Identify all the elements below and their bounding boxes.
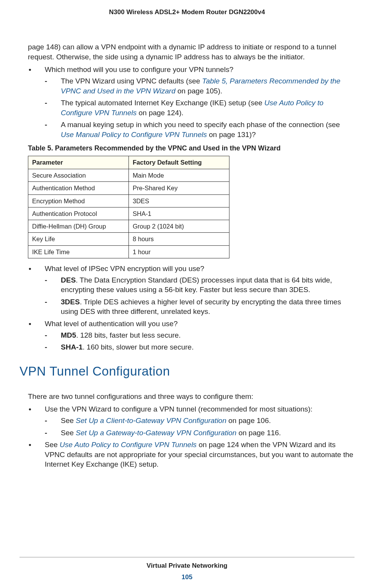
dash-s1a: See Set Up a Client-to-Gateway VPN Confi… — [45, 416, 354, 426]
dash-q1b: The typical automated Internet Key Excha… — [45, 98, 354, 118]
q2a-bold: DES — [61, 276, 76, 284]
bullet-q2: What level of IPSec VPN encryption will … — [28, 264, 354, 317]
bullet-q1: Which method will you use to configure y… — [28, 65, 354, 139]
s1b-pre: See — [61, 429, 76, 437]
table-row: Key Life8 hours — [28, 233, 229, 245]
q3-text: What level of authentication will you us… — [45, 320, 177, 328]
footer-rule — [20, 557, 354, 557]
section-intro: There are two tunnel configurations and … — [28, 392, 354, 402]
q2b-text: . Triple DES achieves a higher level of … — [61, 298, 341, 316]
table-header-row: Parameter Factory Default Setting — [28, 156, 229, 169]
table-cell: 1 hour — [129, 245, 229, 258]
q2a-text: . The Data Encryption Standard (DES) pro… — [61, 276, 332, 294]
s2-link[interactable]: Use Auto Policy to Configure VPN Tunnels — [60, 441, 197, 449]
q1c-pre: A manual keying setup in which you need … — [61, 121, 340, 129]
intro-paragraph: page 148) can allow a VPN endpoint with … — [28, 42, 354, 62]
q1-text: Which method will you use to configure y… — [45, 65, 233, 74]
table-header-default: Factory Default Setting — [129, 156, 229, 169]
table-row: IKE Life Time1 hour — [28, 245, 229, 258]
bullet-s2: See Use Auto Policy to Configure VPN Tun… — [28, 440, 354, 469]
table-cell: Pre-Shared Key — [129, 182, 229, 194]
q1c-link[interactable]: Use Manual Policy to Configure VPN Tunne… — [61, 131, 207, 139]
table-cell: Encryption Method — [28, 194, 129, 207]
bullet-s1: Use the VPN Wizard to configure a VPN tu… — [28, 404, 354, 438]
q1b-post: on page 124). — [137, 109, 184, 117]
table-row: Authentication MethodPre-Shared Key — [28, 182, 229, 194]
q2-text: What level of IPSec VPN encryption will … — [45, 265, 204, 273]
q3a-text: . 128 bits, faster but less secure. — [76, 331, 181, 339]
s2-pre: See — [45, 441, 60, 449]
table-row: Secure AssociationMain Mode — [28, 169, 229, 182]
s1b-link[interactable]: Set Up a Gateway-to-Gateway VPN Configur… — [76, 429, 236, 437]
table-row: Authentication ProtocolSHA-1 — [28, 207, 229, 220]
table-cell: Group 2 (1024 bit) — [129, 220, 229, 233]
table-cell: Secure Association — [28, 169, 129, 182]
dash-q2a: DES. The Data Encryption Standard (DES) … — [45, 275, 354, 295]
q3a-bold: MD5 — [61, 331, 76, 339]
dash-q3a: MD5. 128 bits, faster but less secure. — [45, 330, 354, 340]
dash-q2b: 3DES. Triple DES achieves a higher level… — [45, 297, 354, 317]
s1a-pre: See — [61, 416, 76, 425]
dash-q1c: A manual keying setup in which you need … — [45, 120, 354, 139]
section-title: VPN Tunnel Configuration — [20, 363, 354, 380]
table-cell: IKE Life Time — [28, 245, 129, 258]
s1a-link[interactable]: Set Up a Client-to-Gateway VPN Configura… — [76, 416, 226, 425]
table-cell: Diffie-Hellman (DH) Group — [28, 220, 129, 233]
table-cell: Authentication Protocol — [28, 207, 129, 220]
q3b-bold: SHA-1 — [61, 343, 83, 351]
s1-text: Use the VPN Wizard to configure a VPN tu… — [45, 405, 312, 413]
q1a-pre: The VPN Wizard using VPNC defaults (see — [61, 77, 202, 85]
dash-q3b: SHA-1. 160 bits, slower but more secure. — [45, 342, 354, 352]
vpnc-parameters-table: Parameter Factory Default Setting Secure… — [28, 156, 229, 258]
dash-s1b: See Set Up a Gateway-to-Gateway VPN Conf… — [45, 428, 354, 438]
table-cell: Authentication Method — [28, 182, 129, 194]
s1a-post: on page 106. — [226, 416, 271, 425]
footer-section: Virtual Private Networking — [0, 562, 374, 570]
dash-q1a: The VPN Wizard using VPNC defaults (see … — [45, 76, 354, 96]
q1a-post: on page 105). — [176, 87, 223, 95]
q3b-text: . 160 bits, slower but more secure. — [83, 343, 194, 351]
table-row: Diffie-Hellman (DH) GroupGroup 2 (1024 b… — [28, 220, 229, 233]
table-cell: Key Life — [28, 233, 129, 245]
s1b-post: on page 116. — [236, 429, 281, 437]
table-cell: SHA-1 — [129, 207, 229, 220]
table-caption: Table 5. Parameters Recommended by the V… — [28, 144, 354, 153]
table-row: Encryption Method3DES — [28, 194, 229, 207]
footer-page-number: 105 — [0, 573, 374, 581]
page-header-title: N300 Wireless ADSL2+ Modem Router DGN220… — [20, 8, 354, 16]
bullet-q3: What level of authentication will you us… — [28, 319, 354, 352]
table-cell: 3DES — [129, 194, 229, 207]
table-cell: Main Mode — [129, 169, 229, 182]
table-header-parameter: Parameter — [28, 156, 129, 169]
table-cell: 8 hours — [129, 233, 229, 245]
q1c-post: on page 131)? — [207, 131, 256, 139]
q1b-pre: The typical automated Internet Key Excha… — [61, 99, 264, 107]
q2b-bold: 3DES — [61, 298, 80, 306]
